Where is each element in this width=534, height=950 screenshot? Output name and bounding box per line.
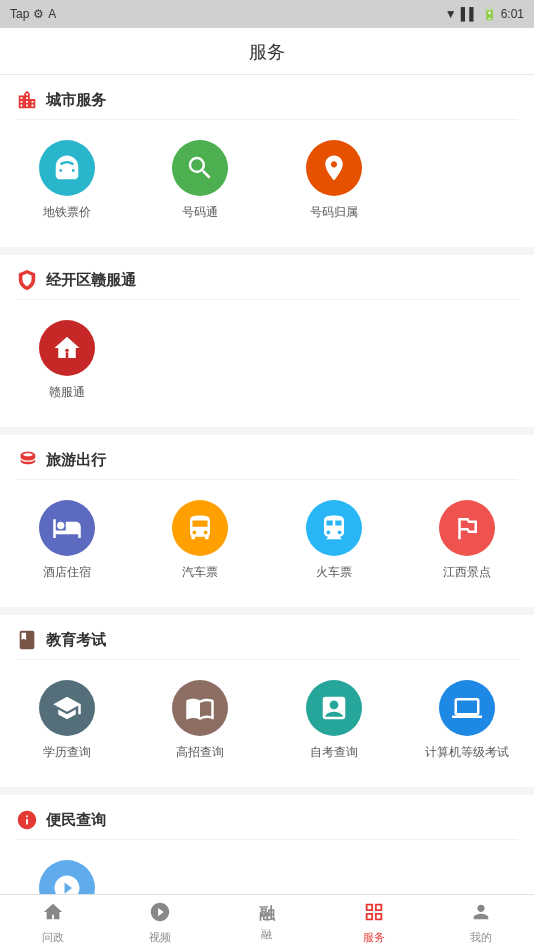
status-right: ▼ ▌▌ 🔋 6:01 bbox=[445, 7, 524, 21]
nav-wenzheng[interactable]: 问政 bbox=[0, 895, 107, 951]
signal-icon: ▌▌ bbox=[461, 7, 478, 21]
public-section-title: 便民查询 bbox=[46, 811, 106, 830]
number-attr-item[interactable]: 号码归属 bbox=[267, 130, 401, 231]
travel-section-icon bbox=[16, 449, 38, 471]
degree-icon-circle bbox=[39, 680, 95, 736]
wenzheng-label: 问政 bbox=[42, 930, 64, 945]
train-label: 火车票 bbox=[316, 564, 352, 581]
self-study-icon-circle bbox=[306, 680, 362, 736]
college-label: 高招查询 bbox=[176, 744, 224, 761]
fuwu-label: 服务 bbox=[363, 930, 385, 945]
hotel-item[interactable]: 酒店住宿 bbox=[0, 490, 134, 591]
city-icon-grid: 地铁票价 号码通 号码归属 bbox=[0, 120, 534, 247]
nav-mine[interactable]: 我的 bbox=[427, 895, 534, 951]
bus-item[interactable]: 汽车票 bbox=[134, 490, 268, 591]
metro-item[interactable]: 地铁票价 bbox=[0, 130, 134, 231]
public-section-icon bbox=[16, 809, 38, 831]
number-item[interactable]: 号码通 bbox=[134, 130, 268, 231]
education-section-icon bbox=[16, 629, 38, 651]
jinkai-section-title: 经开区赣服通 bbox=[46, 271, 136, 290]
rong-label: 融 bbox=[261, 927, 272, 942]
computer-label: 计算机等级考试 bbox=[425, 744, 509, 761]
computer-item[interactable]: 计算机等级考试 bbox=[401, 670, 535, 771]
education-icon-grid: 学历查询 高招查询 自考查询 bbox=[0, 660, 534, 787]
wenzheng-icon bbox=[42, 901, 64, 928]
travel-section-title: 旅游出行 bbox=[46, 451, 106, 470]
video-label: 视频 bbox=[149, 930, 171, 945]
self-study-item[interactable]: 自考查询 bbox=[267, 670, 401, 771]
mine-label: 我的 bbox=[470, 930, 492, 945]
section-header-travel: 旅游出行 bbox=[0, 435, 534, 479]
bus-label: 汽车票 bbox=[182, 564, 218, 581]
train-item[interactable]: 火车票 bbox=[267, 490, 401, 591]
page-title: 服务 bbox=[0, 28, 534, 75]
scenic-icon-circle bbox=[439, 500, 495, 556]
city-section-title: 城市服务 bbox=[46, 91, 106, 110]
section-header-city: 城市服务 bbox=[0, 75, 534, 119]
travel-icon-grid: 酒店住宿 汽车票 火车票 bbox=[0, 480, 534, 607]
ganfutong-item[interactable]: 赣服通 bbox=[0, 310, 134, 411]
fuwu-icon bbox=[363, 901, 385, 928]
college-icon-circle bbox=[172, 680, 228, 736]
mine-icon bbox=[470, 901, 492, 928]
rong-icon: 融 bbox=[259, 904, 275, 925]
section-header-public: 便民查询 bbox=[0, 795, 534, 839]
section-header-education: 教育考试 bbox=[0, 615, 534, 659]
wifi-icon: ▼ bbox=[445, 7, 457, 21]
jinkai-section-icon bbox=[16, 269, 38, 291]
section-header-jinkai: 经开区赣服通 bbox=[0, 255, 534, 299]
train-icon-circle bbox=[306, 500, 362, 556]
battery-icon: 🔋 bbox=[482, 7, 497, 21]
number-attr-icon-circle bbox=[306, 140, 362, 196]
hotel-label: 酒店住宿 bbox=[43, 564, 91, 581]
metro-icon-circle bbox=[39, 140, 95, 196]
metro-label: 地铁票价 bbox=[43, 204, 91, 221]
time-display: 6:01 bbox=[501, 7, 524, 21]
nav-video[interactable]: 视频 bbox=[107, 895, 214, 951]
section-education: 教育考试 学历查询 高招查询 bbox=[0, 615, 534, 787]
bottom-nav: 问政 视频 融 融 服务 我的 bbox=[0, 894, 534, 950]
nav-fuwu[interactable]: 服务 bbox=[320, 895, 427, 951]
section-jinkai: 经开区赣服通 赣服通 bbox=[0, 255, 534, 427]
degree-label: 学历查询 bbox=[43, 744, 91, 761]
degree-item[interactable]: 学历查询 bbox=[0, 670, 134, 771]
hotel-icon-circle bbox=[39, 500, 95, 556]
education-section-title: 教育考试 bbox=[46, 631, 106, 650]
number-label: 号码通 bbox=[182, 204, 218, 221]
status-left: Tap ⚙ A bbox=[10, 7, 56, 21]
content-area: 城市服务 地铁票价 号码通 bbox=[0, 75, 534, 950]
number-attr-label: 号码归属 bbox=[310, 204, 358, 221]
self-study-label: 自考查询 bbox=[310, 744, 358, 761]
city-section-icon bbox=[16, 89, 38, 111]
college-item[interactable]: 高招查询 bbox=[134, 670, 268, 771]
scenic-item[interactable]: 江西景点 bbox=[401, 490, 535, 591]
status-bar: Tap ⚙ A ▼ ▌▌ 🔋 6:01 bbox=[0, 0, 534, 28]
ganfutong-icon-circle bbox=[39, 320, 95, 376]
status-icon-2: A bbox=[48, 7, 56, 21]
tap-label: Tap bbox=[10, 7, 29, 21]
jinkai-icon-grid: 赣服通 bbox=[0, 300, 534, 427]
nav-rong[interactable]: 融 融 bbox=[214, 898, 321, 948]
section-city-services: 城市服务 地铁票价 号码通 bbox=[0, 75, 534, 247]
bus-icon-circle bbox=[172, 500, 228, 556]
number-icon-circle bbox=[172, 140, 228, 196]
ganfutong-label: 赣服通 bbox=[49, 384, 85, 401]
video-icon bbox=[149, 901, 171, 928]
status-icon-1: ⚙ bbox=[33, 7, 44, 21]
scenic-label: 江西景点 bbox=[443, 564, 491, 581]
section-travel: 旅游出行 酒店住宿 汽车票 bbox=[0, 435, 534, 607]
computer-icon-circle bbox=[439, 680, 495, 736]
